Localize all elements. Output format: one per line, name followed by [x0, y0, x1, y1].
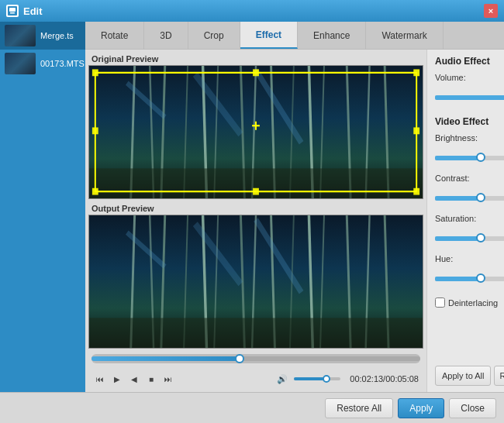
- progress-track: [91, 356, 420, 361]
- video-effect-label: Video Effect: [435, 116, 504, 127]
- volume-row: Volume:: [435, 73, 504, 82]
- svg-rect-30: [92, 127, 98, 134]
- svg-rect-28: [253, 69, 259, 76]
- tab-3d[interactable]: 3D: [144, 22, 188, 49]
- app-icon: [6, 5, 19, 17]
- svg-rect-31: [413, 127, 419, 134]
- saturation-slider-thumb[interactable]: [476, 233, 485, 242]
- controls-panel: Audio Effect Volume: Video Effect: [426, 50, 504, 392]
- window-title: Edit: [23, 5, 484, 17]
- brightness-slider-row: ▲ ▼: [435, 150, 504, 166]
- svg-rect-26: [92, 188, 98, 195]
- volume-slider[interactable]: [294, 377, 340, 380]
- audio-effect-label: Audio Effect: [435, 56, 504, 67]
- output-video-frame: [88, 215, 423, 349]
- hue-label: Hue:: [435, 254, 453, 263]
- sidebar: Merge.ts 00173.MTS: [0, 22, 85, 392]
- tab-effect[interactable]: Effect: [240, 22, 298, 49]
- volume-thumb[interactable]: [323, 375, 330, 383]
- video-panels: Original Preview: [85, 50, 426, 392]
- saturation-label: Saturation:: [435, 214, 476, 223]
- brightness-label-row: Brightness:: [435, 133, 504, 143]
- volume-slider-row: [435, 90, 504, 105]
- sidebar-thumbnail-file: [5, 53, 36, 74]
- panels-row: Original Preview: [85, 50, 504, 392]
- contrast-label: Contrast:: [435, 174, 470, 183]
- svg-rect-53: [89, 318, 423, 348]
- progress-fill: [91, 356, 240, 361]
- svg-rect-25: [413, 69, 419, 76]
- deinterlacing-label: Deinterlacing: [448, 298, 498, 308]
- deinterlacing-row: Deinterlacing: [435, 297, 504, 308]
- sidebar-thumbnail-merge: [5, 25, 36, 46]
- content-area: Merge.ts 00173.MTS Rotate 3D Crop: [0, 22, 504, 392]
- restore-all-button[interactable]: Restore All: [325, 398, 393, 418]
- transport-controls: ⏮ ▶ ◀ ■ ⏭ 🔊 00:02:13/00:05:08: [88, 369, 423, 389]
- svg-rect-2: [10, 12, 15, 14]
- volume-icon: 🔊: [277, 374, 288, 384]
- close-window-button[interactable]: ×: [484, 4, 498, 18]
- apply-to-all-button[interactable]: Apply to All: [435, 366, 491, 386]
- volume-fill: [294, 377, 326, 380]
- tab-enhance[interactable]: Enhance: [298, 22, 366, 49]
- original-preview-section: Original Preview: [88, 53, 423, 199]
- tab-rotate[interactable]: Rotate: [85, 22, 144, 49]
- original-video-frame: [88, 65, 423, 199]
- tab-watermark[interactable]: Watermark: [366, 22, 443, 49]
- volume-label: Volume:: [435, 73, 485, 82]
- svg-rect-24: [92, 69, 98, 76]
- main-container: Merge.ts 00173.MTS Rotate 3D Crop: [0, 22, 504, 423]
- brightness-label: Brightness:: [435, 133, 478, 143]
- tab-crop[interactable]: Crop: [188, 22, 240, 49]
- sidebar-item-merge-label: Merge.ts: [40, 31, 74, 40]
- stop-button[interactable]: ■: [144, 372, 158, 386]
- sidebar-item-file-label: 00173.MTS: [40, 59, 85, 68]
- saturation-slider-row: ▲ ▼: [435, 231, 504, 246]
- sidebar-item-file[interactable]: 00173.MTS: [0, 50, 85, 77]
- contrast-label-row: Contrast:: [435, 174, 504, 183]
- step-back-button[interactable]: ◀: [127, 372, 141, 386]
- volume-slider-fill: [435, 95, 504, 100]
- saturation-label-row: Saturation:: [435, 214, 504, 223]
- deinterlacing-checkbox[interactable]: [435, 297, 445, 308]
- restore-defaults-button[interactable]: Restore Defaults: [494, 366, 504, 386]
- svg-rect-1: [9, 8, 16, 12]
- progress-bar[interactable]: [91, 354, 420, 363]
- svg-rect-29: [253, 188, 259, 195]
- bottom-bar: Restore All Apply Close: [0, 392, 504, 423]
- saturation-slider-track[interactable]: [435, 236, 504, 241]
- play-button[interactable]: ▶: [110, 372, 124, 386]
- hue-slider-row: ▲ ▼: [435, 271, 504, 287]
- timecode: 00:02:13/00:05:08: [350, 374, 419, 383]
- right-panel: Rotate 3D Crop Effect Enhance Watermark: [85, 22, 504, 392]
- hue-slider-track[interactable]: [435, 277, 504, 281]
- output-preview-section: Output Preview: [88, 202, 423, 349]
- svg-rect-27: [413, 188, 419, 195]
- brightness-slider-thumb[interactable]: [476, 153, 485, 162]
- apply-button[interactable]: Apply: [398, 398, 444, 418]
- tab-bar: Rotate 3D Crop Effect Enhance Watermark: [85, 22, 504, 50]
- brightness-slider-track[interactable]: [435, 156, 504, 160]
- hue-slider-thumb[interactable]: [476, 273, 485, 283]
- contrast-slider-row: ▲ ▼: [435, 191, 504, 206]
- contrast-slider-track[interactable]: [435, 196, 504, 201]
- output-preview-label: Output Preview: [88, 202, 423, 215]
- skip-back-button[interactable]: ⏮: [93, 372, 107, 386]
- skip-forward-button[interactable]: ⏭: [161, 372, 175, 386]
- contrast-slider-thumb[interactable]: [476, 193, 485, 202]
- original-preview-label: Original Preview: [88, 53, 423, 65]
- volume-slider-track[interactable]: [435, 95, 504, 100]
- title-bar: Edit ×: [0, 0, 504, 22]
- sidebar-item-merge[interactable]: Merge.ts: [0, 22, 85, 50]
- progress-thumb[interactable]: [235, 354, 244, 363]
- close-button[interactable]: Close: [449, 398, 496, 418]
- action-buttons-row: Apply to All Restore Defaults: [435, 366, 504, 386]
- hue-label-row: Hue:: [435, 254, 504, 263]
